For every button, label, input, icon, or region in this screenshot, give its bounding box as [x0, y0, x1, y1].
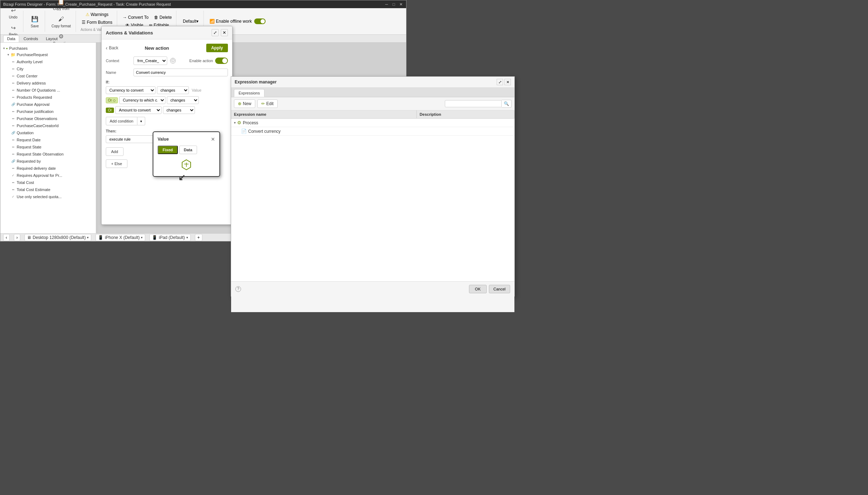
node-icon: 📄 [241, 129, 247, 134]
list-item[interactable]: ▪▪ Cost Center [0, 72, 96, 80]
maximize-button[interactable]: □ [391, 2, 396, 7]
value-popup-close-button[interactable]: ✕ [211, 136, 215, 142]
minimize-button[interactable]: ─ [384, 2, 389, 7]
new-expression-button[interactable]: ⊕ New [234, 99, 255, 108]
tree-item-label: Quotation [17, 131, 34, 135]
tab-controls[interactable]: Controls [20, 36, 42, 42]
list-item[interactable]: ✓ Requires Approval for Pr... [0, 172, 96, 179]
add-condition-button[interactable]: Add condition [106, 117, 137, 125]
condition-field-1[interactable]: Currency to convert [106, 86, 155, 94]
list-item[interactable]: ▪▪ Purchase Observations [0, 115, 96, 122]
help-button[interactable]: ? [235, 286, 241, 292]
expressions-tab[interactable]: Expressions [234, 89, 264, 97]
list-item[interactable]: ▪▪ Required delivery date [0, 165, 96, 172]
list-item[interactable]: ▪▪ Authority Level [0, 58, 96, 65]
condition-operator-3[interactable]: changes [163, 106, 195, 114]
table-row[interactable]: 📄 Convert currency [231, 127, 514, 136]
list-item[interactable]: ▪▪ Number Of Quotations ... [0, 87, 96, 94]
delete-button[interactable]: 🗑 Delete [153, 14, 173, 21]
undo-button[interactable]: ↩ Undo [6, 5, 20, 21]
prev-nav-button[interactable]: ‹ [3, 234, 10, 241]
ipad-device-button[interactable]: 📱 iPad (Default) ▾ [149, 234, 190, 241]
condition-field-2[interactable]: Currency to which c... [119, 96, 165, 104]
convert-to-button[interactable]: → Convert To [121, 14, 150, 21]
ok-button[interactable]: OK [469, 285, 487, 293]
tree-root-purchases[interactable]: ▾ ● Purchases [0, 45, 96, 51]
toolbar-row1: ⚠ Warnings [84, 11, 110, 18]
tab-data[interactable]: Data [3, 35, 19, 42]
list-item[interactable]: ▪▪ PurchaseCaseCreatorId [0, 122, 96, 129]
expression-table: Expression name Description ▾ ⚙ Process [231, 110, 514, 136]
list-item[interactable]: 🔗 Quotation [0, 129, 96, 136]
close-window-button[interactable]: ✕ [398, 2, 403, 7]
fixed-tab[interactable]: Fixed [158, 146, 178, 154]
list-item[interactable]: ▪▪ Total Cost Estimate [0, 186, 96, 193]
back-button[interactable]: ‹ Back [106, 45, 118, 51]
cancel-button[interactable]: Cancel [489, 285, 510, 293]
save-button[interactable]: 💾 Save [28, 13, 42, 29]
toggle-switch[interactable] [215, 58, 228, 64]
expr-expand-button[interactable]: ⤢ [497, 79, 503, 85]
condition-field-3[interactable]: Amount to convert [115, 106, 162, 114]
list-item[interactable]: ▪▪ Request Date [0, 136, 96, 143]
add-button[interactable]: Add [106, 147, 124, 156]
tree-item-label: Requested by [17, 159, 41, 163]
copy-from-button[interactable]: 📋 Copy from [51, 0, 71, 12]
else-button[interactable]: + Else [106, 159, 127, 168]
enable-offline-button[interactable]: 📶 Enable offline work [208, 18, 267, 25]
app-title: Bizagi Forms Designer - Form: frm_Create… [3, 2, 171, 6]
help-icon: ? [235, 286, 241, 292]
offline-toggle[interactable] [254, 18, 266, 24]
expr-close-button[interactable]: ✕ [504, 79, 511, 85]
list-item[interactable]: ✓ Use only selected quota... [0, 193, 96, 200]
field-icon: 🔗 [10, 102, 16, 107]
condition-operator-2[interactable]: changes [167, 96, 199, 104]
name-input[interactable] [133, 69, 228, 76]
next-nav-button[interactable]: › [14, 234, 20, 241]
expand-icon: ▾ [6, 53, 10, 56]
apply-button[interactable]: Apply [206, 44, 228, 52]
list-item[interactable]: ▪▪ Request State [0, 143, 96, 151]
list-item[interactable]: ▪▪ Delivery address [0, 80, 96, 87]
edit-expression-button[interactable]: ✏ Edit [257, 99, 278, 108]
expr-search-button[interactable]: 🔍 [502, 100, 512, 108]
copy-format-button[interactable]: 🖌 Copy format [49, 13, 73, 29]
data-tab[interactable]: Data [179, 146, 197, 154]
list-item[interactable]: 🔗 Purchase Approval [0, 101, 96, 108]
list-item[interactable]: ▪▪ Total Cost [0, 179, 96, 186]
tree-expand-icon[interactable]: ▾ [234, 121, 236, 125]
back-arrow-icon: ‹ [106, 45, 108, 51]
tree-item-label: Total Cost Estimate [17, 187, 50, 192]
expr-window-controls: ⤢ ✕ [497, 79, 511, 85]
add-device-button[interactable]: + [195, 234, 202, 241]
phone-device-button[interactable]: 📱 iPhone X (Default) ▾ [95, 234, 145, 241]
enable-action-toggle: Enable action [189, 58, 228, 64]
execute-rule-select[interactable]: execute rule [106, 135, 159, 143]
list-item[interactable]: ▪▪ Products Requested [0, 94, 96, 101]
list-item[interactable]: 🔗 Requested by [0, 158, 96, 165]
context-select[interactable]: frm_Create_Purcha... [133, 56, 167, 65]
desktop-device-button[interactable]: 🖥 Desktop 1280x800 (Default) ▾ [24, 234, 91, 241]
dialog-expand-button[interactable]: ⤢ [212, 29, 219, 36]
tree-item-label: Request State [17, 145, 42, 149]
tab-layout[interactable]: Layout [42, 36, 61, 42]
edit-expr-icon: ✏ [261, 101, 265, 106]
context-control: frm_Create_Purcha... [133, 56, 167, 65]
dialog-close-button[interactable]: ✕ [221, 29, 228, 36]
form-buttons-button[interactable]: ☰ Form Buttons [80, 19, 114, 26]
default-button[interactable]: Default▾ [181, 17, 201, 25]
tree-item-label: Requires Approval for Pr... [17, 173, 62, 178]
expr-search-input[interactable] [445, 100, 502, 107]
warnings-button[interactable]: ⚠ Warnings [84, 11, 110, 18]
table-row[interactable]: ▾ ⚙ Process [231, 119, 514, 127]
context-info-icon[interactable]: ⓘ [170, 58, 176, 64]
dialog-controls: ⤢ ✕ [212, 29, 228, 36]
field-icon: ▪▪ [10, 94, 16, 100]
tree-purchase-request[interactable]: ▾ 📁 PurchaseRequest [0, 51, 96, 58]
field-icon: ▪▪ [10, 180, 16, 185]
list-item[interactable]: ▪▪ Request State Observation [0, 151, 96, 158]
list-item[interactable]: ▪▪ Purchase justification [0, 108, 96, 115]
list-item[interactable]: ▪▪ City [0, 65, 96, 72]
add-condition-dropdown-button[interactable]: ▾ [137, 117, 145, 125]
condition-operator-1[interactable]: changes [157, 86, 189, 94]
